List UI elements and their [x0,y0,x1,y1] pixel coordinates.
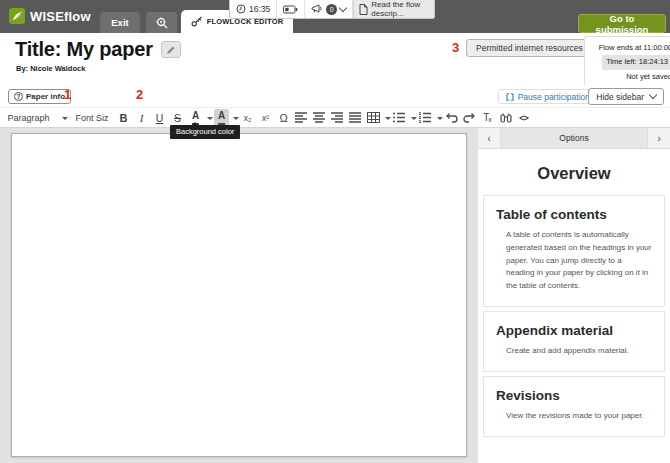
time-left-value: 18:24:13 [639,57,668,66]
pause-participation-button[interactable]: Pause participation [498,89,598,104]
clear-formatting-sub-glyph: x [488,116,492,123]
revisions-card[interactable]: Revisions View the revisions made to you… [483,376,665,437]
pause-icon [506,93,514,101]
wiseflow-logo: WISEflow [9,8,91,24]
card-body: Create and add appendix material. [496,345,652,358]
strikethrough-button[interactable]: S [170,109,185,126]
clock-icon [236,4,246,14]
edit-title-button[interactable] [161,41,181,58]
time-left-row: Time left: 18:24:13 [590,55,670,69]
paper-title: Title: My paper [15,38,153,61]
megaphone-icon [311,4,323,14]
paper-header: Title: My paper By: Nicole Waldock 3 Per… [0,33,670,85]
read-flow-description-button[interactable]: Read the flow descrip... [353,0,434,18]
hide-sidebar-button[interactable]: Hide sidebar [588,88,664,105]
chevron-down-icon [339,3,347,11]
background-color-glyph: A [218,111,225,125]
pause-participation-label: Pause participation [518,92,590,102]
flowlock-editor-app: WISEflow Exit FLOWLOCK EDITOR Go to subm… [0,0,670,463]
options-title: Options [501,128,647,148]
pencil-icon [166,45,176,55]
editor-region [0,128,478,463]
editor-page[interactable] [11,133,467,457]
card-title: Table of contents [496,207,652,222]
align-justify-button[interactable] [348,109,363,126]
battery-icon [283,5,298,14]
document-icon [359,4,368,15]
card-title: Appendix material [496,323,652,338]
gear-magnifier-icon [155,16,169,30]
paragraph-format-value: Paragraph [8,113,50,123]
go-to-submission-button[interactable]: Go to submission [578,14,666,33]
options-bar: ‹ Options › [478,128,670,149]
read-flow-description-label: Read the flow descrip... [371,0,429,18]
align-center-button[interactable] [312,109,327,126]
align-left-button[interactable] [294,109,309,126]
card-body: View the revisions made to your paper. [496,410,652,423]
flowlock-key-icon [191,16,203,27]
timer-value: 16:35 [249,4,270,14]
time-left-label: Time left: [606,57,637,66]
align-right-button[interactable] [330,109,345,126]
special-character-button[interactable]: Ω [276,109,291,126]
bullet-list-caret-icon[interactable] [411,117,417,123]
card-title: Revisions [496,388,652,403]
subscript-button[interactable]: x₂ [240,109,255,126]
background-color-tooltip: Background color [170,125,240,139]
table-button[interactable] [366,109,381,126]
timer-section[interactable]: 16:35 [230,0,277,18]
bold-button[interactable]: B [116,109,131,126]
superscript-button[interactable]: x² [258,109,273,126]
annotation-1: 1 [64,87,71,102]
hide-sidebar-label: Hide sidebar [596,92,644,102]
numbered-list-caret-icon[interactable] [437,117,443,123]
appendix-material-card[interactable]: Appendix material Create and add appendi… [483,311,665,372]
brand-name: WISEflow [30,9,91,24]
status-toolbar: 16:35 0 Rea [229,0,435,19]
bullet-list-button[interactable] [392,109,407,126]
battery-section[interactable] [277,0,305,18]
background-color-button[interactable]: A [214,109,229,126]
annotation-2: 2 [136,87,143,102]
flow-time-infobox: Flow ends at 11:00:00 Time left: 18:24:1… [584,36,670,89]
background-color-caret-icon[interactable] [233,117,239,123]
card-body: A table of contents is automatically gen… [496,229,652,293]
exit-button[interactable]: Exit [100,12,140,33]
notification-count-badge: 0 [326,4,337,15]
clear-formatting-button[interactable]: Tx [480,109,495,126]
numbered-list-button[interactable] [418,109,433,126]
notifications-section[interactable]: 0 [305,0,353,18]
text-color-caret-icon[interactable] [207,117,213,123]
wiseflow-leaf-icon [9,8,25,24]
undo-button[interactable] [444,109,459,126]
italic-button[interactable]: I [134,109,149,126]
find-replace-button[interactable] [498,109,513,126]
table-of-contents-card[interactable]: Table of contents A table of contents is… [483,195,665,307]
overview-cards: Table of contents A table of contents is… [483,195,665,437]
annotation-3: 3 [452,40,459,55]
chevron-down-icon [649,91,657,99]
options-next-button[interactable]: › [647,128,670,148]
paper-author: By: Nicole Waldock [16,64,85,73]
source-code-button[interactable]: <> [516,109,531,126]
font-size-select[interactable]: Font Siz [76,113,109,123]
tools-tab-button[interactable] [146,12,177,33]
options-sidebar: ‹ Options › Overview Table of contents A… [478,128,670,463]
save-status-text: Not yet saved [590,70,670,84]
question-icon: ? [14,92,23,101]
redo-button[interactable] [462,109,477,126]
table-caret-icon[interactable] [385,117,391,123]
options-prev-button[interactable]: ‹ [478,128,501,148]
caret-down-icon [62,117,68,123]
editor-toolbar: Paragraph Font Siz B I U S A A x₂ x² Ω [0,107,670,128]
paper-info-label: Paper info [26,92,65,101]
underline-button[interactable]: U [152,109,167,126]
flow-ends-text: Flow ends at 11:00:00 [590,41,670,55]
paper-info-button[interactable]: ? Paper info [8,89,71,104]
overview-heading: Overview [478,164,670,183]
paragraph-format-select[interactable]: Paragraph [8,109,68,126]
permitted-resources-label: Permitted internet resources [476,43,583,53]
action-bar: ? Paper info 1 2 Pause participation Hid… [0,85,670,107]
